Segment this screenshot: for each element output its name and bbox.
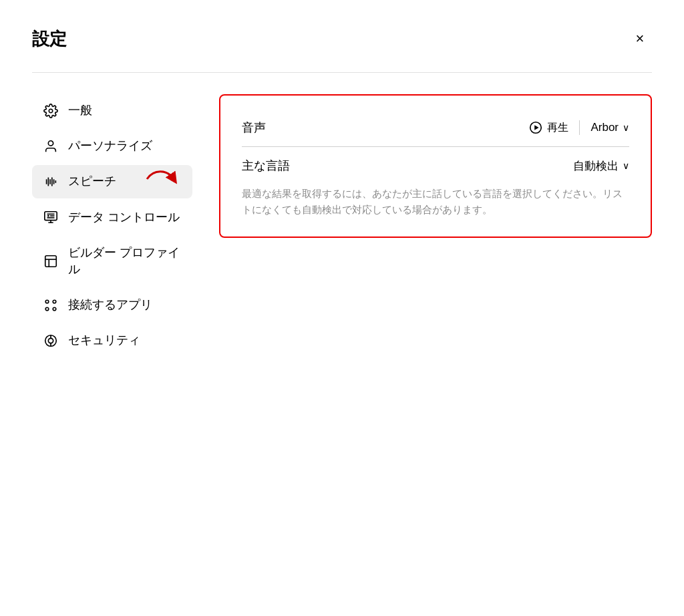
dialog-header: 設定 × [32, 27, 652, 51]
language-row: 主な言語 自動検出 ∨ [242, 152, 629, 179]
svg-point-0 [49, 109, 53, 113]
svg-point-18 [53, 300, 56, 303]
sidebar-item-data-control[interactable]: データ コントロール [32, 201, 192, 234]
voice-row: 音声 再生 Arbor ∨ [242, 114, 629, 141]
voice-dropdown-button[interactable]: Arbor ∨ [590, 121, 629, 134]
language-value: 自動検出 [573, 158, 619, 174]
sidebar-item-builder-profile[interactable]: ビルダー プロファイル [32, 237, 192, 286]
sidebar-item-connected-apps-label: 接続するアプリ [68, 297, 152, 313]
dialog-title: 設定 [32, 27, 67, 51]
data-control-icon [43, 209, 59, 225]
panel-divider [242, 146, 629, 147]
voice-label: 音声 [242, 120, 266, 136]
security-icon [43, 333, 59, 349]
svg-point-22 [48, 338, 53, 343]
play-label: 再生 [547, 121, 568, 135]
sidebar-item-builder-profile-label: ビルダー プロファイル [68, 245, 182, 278]
play-circle-icon [528, 120, 543, 135]
gear-icon [43, 103, 59, 119]
language-chevron-down-icon: ∨ [623, 160, 629, 171]
sidebar-item-speech-label: スピーチ [68, 173, 116, 190]
waveform-icon [43, 174, 59, 190]
sidebar-item-general-label: 一般 [68, 102, 92, 119]
settings-dialog: 設定 × 一般 [0, 0, 684, 616]
svg-point-20 [53, 307, 56, 311]
content-area: 一般 パーソナライズ [32, 94, 652, 360]
close-button[interactable]: × [628, 27, 652, 51]
apps-icon [43, 297, 59, 313]
sidebar-item-speech[interactable]: スピーチ [32, 165, 192, 198]
svg-marker-26 [535, 125, 539, 130]
language-description: 最適な結果を取得するには、あなたが主に話している言語を選択してください。リストに… [242, 186, 629, 218]
main-content: 音声 再生 Arbor ∨ [219, 94, 652, 360]
svg-point-10 [47, 215, 49, 217]
sidebar-item-security[interactable]: セキュリティ [32, 324, 192, 357]
sidebar-item-general[interactable]: 一般 [32, 94, 192, 127]
play-button[interactable]: 再生 [528, 120, 568, 135]
sidebar-item-personalize[interactable]: パーソナライズ [32, 130, 192, 162]
svg-point-19 [45, 307, 49, 311]
sidebar-item-connected-apps[interactable]: 接続するアプリ [32, 289, 192, 321]
chevron-down-icon: ∨ [623, 122, 629, 133]
language-dropdown-button[interactable]: 自動検出 ∨ [573, 158, 629, 174]
language-label: 主な言語 [242, 158, 290, 174]
person-icon [43, 138, 59, 154]
sidebar-item-personalize-label: パーソナライズ [68, 138, 152, 154]
vertical-separator [579, 120, 580, 135]
builder-profile-icon [43, 253, 59, 269]
svg-rect-14 [45, 256, 57, 267]
svg-point-17 [45, 300, 49, 303]
content-panel: 音声 再生 Arbor ∨ [219, 94, 652, 238]
voice-value: Arbor [590, 121, 619, 134]
sidebar-item-data-control-label: データ コントロール [68, 209, 180, 226]
svg-point-1 [48, 141, 53, 146]
sidebar: 一般 パーソナライズ [32, 94, 206, 360]
header-divider [32, 72, 652, 73]
sidebar-item-security-label: セキュリティ [68, 332, 140, 349]
voice-controls: 再生 Arbor ∨ [528, 120, 629, 135]
